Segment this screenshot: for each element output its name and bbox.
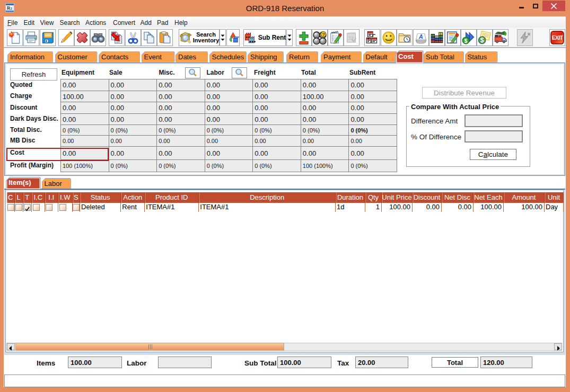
svg-text:A: A bbox=[418, 33, 423, 40]
svg-text:$: $ bbox=[480, 37, 484, 44]
svg-text:EXIT: EXIT bbox=[552, 35, 564, 41]
svg-text:$: $ bbox=[464, 38, 468, 44]
svg-text:?: ? bbox=[322, 31, 325, 37]
